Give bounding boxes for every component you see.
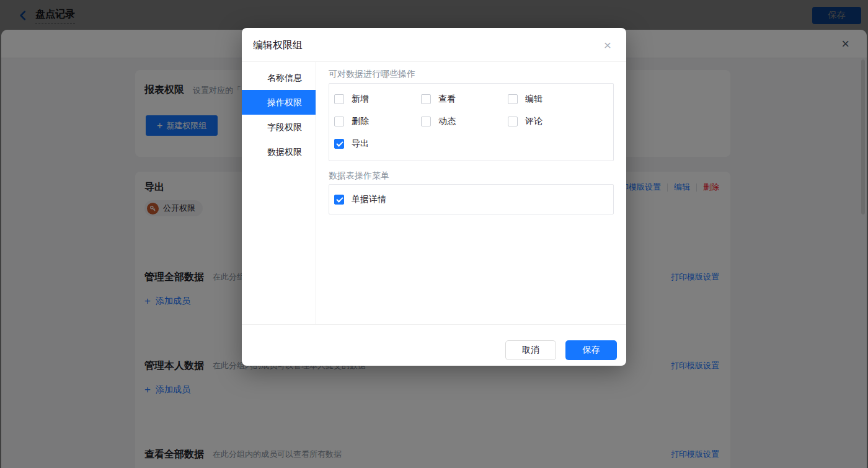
checkbox[interactable] [334,139,344,149]
checkbox-label: 查看 [438,94,456,105]
checkbox-item-view[interactable]: 查看 [421,94,508,104]
checkbox-label: 新增 [352,94,369,105]
checkbox-item-record-detail[interactable]: 单据详情 [334,195,613,205]
checkbox-label: 评论 [525,116,542,127]
checkbox[interactable] [421,94,431,104]
modal-body: 可对数据进行哪些操作 新增 查看 编辑 删除 [316,62,626,324]
modal-tabs: 名称信息 操作权限 字段权限 数据权限 [242,62,316,324]
checkbox[interactable] [334,117,344,126]
modal-header: 编辑权限组 × [242,28,626,62]
checkbox-item-delete[interactable]: 删除 [334,117,421,126]
checkbox-label: 单据详情 [352,194,386,205]
modal-footer: 取消 保存 [242,324,626,366]
checkbox-item-export[interactable]: 导出 [334,139,421,149]
screen: 盘点记录 保存 × 报表权限 设置对应的「 + 新建权限组 导出 打 [0,0,868,468]
checkbox[interactable] [508,94,518,104]
checkbox-label: 动态 [438,116,456,127]
tab-operation-permission[interactable]: 操作权限 [242,90,316,115]
checkbox-label: 导出 [352,138,369,149]
tab-data-permission[interactable]: 数据权限 [242,139,316,164]
checkbox-label: 编辑 [525,94,542,105]
menu-checkbox-group: 单据详情 [329,184,614,214]
edit-permission-group-modal: 编辑权限组 × 名称信息 操作权限 字段权限 数据权限 可对数据进行哪些操作 新… [242,28,626,366]
menu-section-label: 数据表操作菜单 [329,170,389,182]
tab-field-permission[interactable]: 字段权限 [242,115,316,139]
tab-name-info[interactable]: 名称信息 [242,65,316,90]
checkbox-label: 删除 [352,116,369,127]
checkbox[interactable] [421,117,431,126]
checkbox-item-add[interactable]: 新增 [334,94,421,104]
operations-checkbox-group: 新增 查看 编辑 删除 动态 [329,83,614,161]
cancel-button[interactable]: 取消 [505,340,556,360]
checkbox-item-edit[interactable]: 编辑 [508,94,595,104]
save-button[interactable]: 保存 [565,340,617,360]
operations-section-label: 可对数据进行哪些操作 [329,69,415,80]
modal-close-icon[interactable]: × [604,36,611,55]
modal-title: 编辑权限组 [253,28,303,62]
checkbox[interactable] [334,94,344,104]
checkbox-item-activity[interactable]: 动态 [421,117,508,126]
checkbox-item-comment[interactable]: 评论 [508,117,595,126]
checkbox[interactable] [334,195,344,205]
checkbox[interactable] [508,117,518,126]
